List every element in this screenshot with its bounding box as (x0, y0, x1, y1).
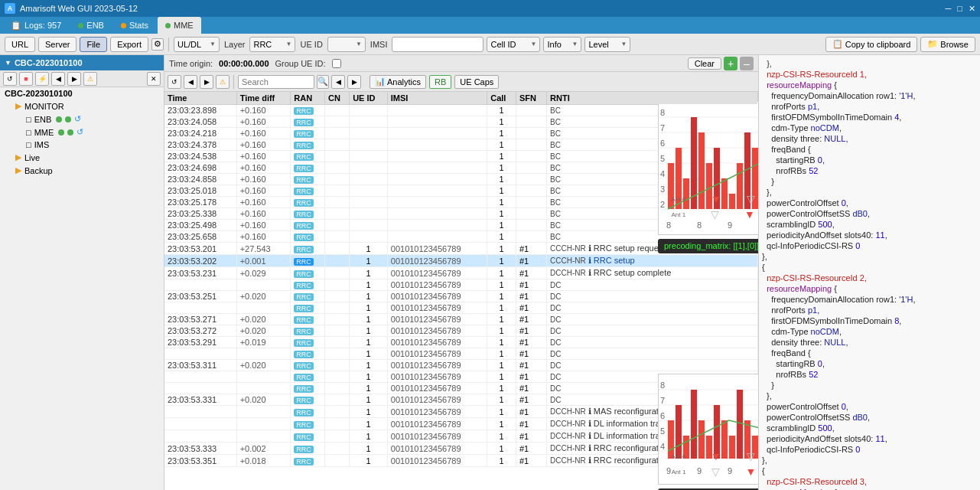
export-button[interactable]: Export (110, 37, 148, 52)
chart2-arr6[interactable]: ▼ (745, 466, 756, 478)
svg-text:7: 7 (660, 396, 665, 405)
tree-item-monitor[interactable]: ▶ MONITOR (11, 100, 164, 113)
code-line: startingRB 0, (762, 358, 977, 369)
log-toolbar: ↺ ◀ ▶ ⚠ 🔍 ◀ ▶ 📊 Analytics RB UE Caps (164, 72, 758, 92)
warning-icon-btn[interactable]: ⚠ (83, 72, 97, 86)
svg-text:6: 6 (660, 411, 665, 420)
chart1-arr1[interactable]: ▼ (711, 193, 721, 205)
tab-stats[interactable]: Stats (113, 17, 156, 34)
code-line: nrofRBs 52 (762, 369, 977, 380)
svg-text:7: 7 (660, 123, 665, 132)
log-warn-btn[interactable]: ⚠ (216, 75, 230, 89)
table-row[interactable]: 23:03:53.272+0.020RRC10010101234567891#1… (164, 325, 758, 337)
enb-refresh-icon: ↺ (74, 114, 81, 124)
info-select[interactable]: Info ▼ (543, 37, 581, 52)
table-row[interactable]: 23:03:53.271+0.020RRC10010101234567891#1… (164, 314, 758, 325)
code-line: nzp-CSI-RS-ResourceId 1, (762, 69, 977, 80)
mme-tree-label: MME (34, 128, 54, 137)
left-panel: ▼ CBC-2023010100 ↺ ■ ⚡ ◀ ▶ ⚠ ✕ CBC-20230… (0, 55, 164, 490)
time-origin-bar: Time origin: 00:00:00.000 Group UE ID: C… (164, 55, 758, 72)
imsi-input[interactable] (392, 37, 483, 52)
code-line: nrofPorts p1, (762, 101, 977, 112)
tree-item-backup[interactable]: ▶ Backup (11, 164, 164, 177)
tab-enb[interactable]: ENB (70, 17, 112, 34)
search-icon-btn[interactable]: 🔍 (317, 75, 329, 89)
maximize-btn[interactable]: □ (957, 4, 962, 14)
file-button[interactable]: File (80, 37, 107, 52)
rb-btn[interactable]: RB (429, 75, 451, 89)
table-row[interactable]: 23:03:53.311+0.020RRC10010101234567891#1… (164, 360, 758, 371)
code-line: }, (762, 58, 977, 69)
table-row[interactable]: 23:03:53.231+0.029RRC10010101234567891#1… (164, 267, 758, 279)
chart2-arr1[interactable]: ▼ (711, 450, 721, 462)
tree-item-ims[interactable]: □ IMS (21, 139, 164, 151)
svg-text:6: 6 (660, 139, 665, 148)
code-line: cdm-Type noCDM, (762, 326, 977, 337)
close-panel-btn[interactable]: ✕ (147, 72, 161, 86)
chart-1: 8 7 6 5 4 3 2 (658, 101, 758, 235)
connect-icon-btn[interactable]: ⚡ (35, 72, 49, 86)
table-row[interactable]: 23:03:53.202+0.001RRC10010101234567891#1… (164, 255, 758, 267)
table-row[interactable]: 23:03:53.291+0.019RRC10010101234567891#1… (164, 337, 758, 348)
log-back-btn[interactable]: ◀ (184, 75, 197, 89)
log-nav-l[interactable]: ◀ (331, 75, 345, 89)
ueid-select[interactable]: ▼ (327, 37, 366, 52)
table-row[interactable]: 23:03:53.251+0.020RRC10010101234567891#1… (164, 291, 758, 302)
code-line: }, (762, 187, 977, 198)
code-line: nrofRBs 52 (762, 165, 977, 176)
chart2-ant1-row: Ant 1 ▽ ▼ ▽ ▽ (659, 466, 758, 478)
tab-mme[interactable]: MME (158, 17, 201, 34)
nav-right-btn[interactable]: ▶ (67, 72, 81, 86)
chart2-ant0-row: Ant 0 ▼ ▽ ▼ ▽ (659, 450, 758, 462)
tree-item-mme[interactable]: □ MME ↺ (21, 126, 164, 139)
minimize-btn[interactable]: ─ (946, 4, 952, 14)
enb-status-icon (56, 116, 62, 122)
log-nav-r[interactable]: ▶ (347, 75, 361, 89)
col-ran: RAN (291, 92, 325, 105)
layer-select[interactable]: RRC ▼ (249, 37, 295, 52)
connection-title: ▼ CBC-2023010100 (0, 55, 164, 70)
url-button[interactable]: URL (5, 37, 35, 52)
uldl-select[interactable]: UL/DL ▼ (174, 37, 220, 52)
level-select[interactable]: Level ▼ (584, 37, 630, 52)
clear-button[interactable]: Clear (688, 57, 721, 70)
refresh-icon-btn[interactable]: ↺ (3, 72, 17, 86)
nav-left-btn[interactable]: ◀ (51, 72, 65, 86)
table-row[interactable]: RRC10010101234567891#1DC (164, 348, 758, 360)
log-refresh-btn[interactable]: ↺ (168, 75, 181, 89)
col-imsi: IMSI (387, 92, 487, 105)
server-button[interactable]: Server (38, 37, 77, 52)
close-btn[interactable]: ✕ (969, 4, 975, 14)
table-row[interactable]: RRC10010101234567891#1DC (164, 279, 758, 291)
chart1-arr2[interactable]: ▽ (747, 193, 755, 205)
tree-item-live[interactable]: ▶ Live (11, 151, 164, 164)
add-button[interactable]: + (724, 57, 737, 70)
chart1-arr6[interactable]: ▼ (744, 208, 755, 220)
time-origin-value: 00:00:00.000 (219, 59, 269, 68)
remove-button[interactable]: – (740, 57, 754, 70)
stop-icon-btn[interactable]: ■ (19, 72, 33, 86)
copy-clipboard-button[interactable]: 📋 Copy to clipboard (825, 37, 918, 52)
chart1-ant0-row: Ant 0 ▼ ▽ ▼ ▽ (659, 193, 758, 205)
tree-item-cbc[interactable]: CBC-2023010100 (0, 87, 164, 100)
code-line: nzp-CSI-RS-ResourceId 3, (762, 476, 977, 487)
col-timediff: Time diff (236, 92, 291, 105)
table-row[interactable]: RRC10010101234567891#1DC (164, 302, 758, 314)
browse-button[interactable]: 📁 Browse (920, 37, 975, 52)
tab-logs[interactable]: 📋 Logs: 957 (3, 17, 69, 34)
analytics-btn[interactable]: 📊 Analytics (370, 75, 426, 89)
chart2-arr5[interactable]: ▽ (711, 466, 720, 478)
ue-caps-btn[interactable]: UE Caps (454, 75, 499, 89)
chart2-arr2[interactable]: ▽ (747, 450, 755, 462)
code-line: nzp-CSI-RS-ResourceId 2, (762, 273, 977, 283)
code-line: frequencyDomainAllocation row1: '1'H, (762, 294, 977, 305)
group-ue-checkbox[interactable] (332, 59, 341, 68)
col-call: Call (487, 92, 516, 105)
cellid-select[interactable]: Cell ID ▼ (487, 37, 540, 52)
log-forward-btn[interactable]: ▶ (200, 75, 213, 89)
tree-item-enb[interactable]: □ ENB ↺ (21, 113, 164, 126)
log-sep (233, 75, 234, 89)
chart1-arr5[interactable]: ▽ (711, 208, 719, 220)
settings-icon-btn[interactable]: ⚙ (151, 38, 164, 51)
log-search-input[interactable] (238, 75, 314, 89)
